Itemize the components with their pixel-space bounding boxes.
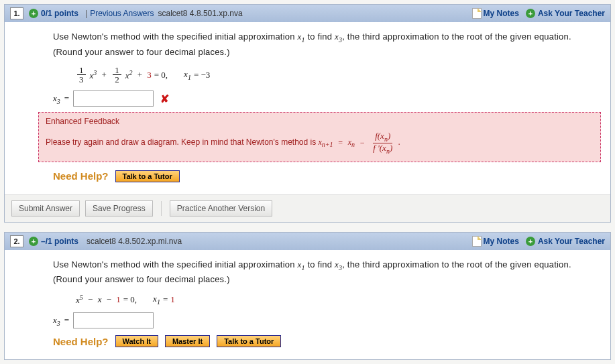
question-number: 1. (10, 7, 23, 19)
question-1: 1. + 0/1 points | Previous Answers scalc… (4, 4, 611, 223)
need-help-row: Need Help? Talk to a Tutor (53, 170, 600, 182)
ask-teacher-link[interactable]: Ask Your Teacher (538, 237, 605, 246)
question-header: 2. + –/1 points scalcet8 4.8.502.xp.mi.n… (5, 233, 610, 250)
ask-teacher-link[interactable]: Ask Your Teacher (538, 9, 605, 18)
plus-icon[interactable]: + (526, 9, 535, 18)
save-progress-button[interactable]: Save Progress (85, 200, 153, 217)
plus-icon[interactable]: + (29, 9, 38, 18)
instruction-text: Use Newton's method with the specified i… (53, 30, 600, 59)
note-icon (472, 8, 482, 19)
practice-another-button[interactable]: Practice Another Version (170, 200, 272, 217)
question-code: scalcet8 4.8.501.xp.nva (158, 9, 243, 18)
answer-row: x3 = (53, 312, 600, 328)
incorrect-icon: ✘ (160, 93, 169, 105)
feedback-text: Please try again and draw a diagram. Kee… (46, 131, 594, 154)
question-body: Use Newton's method with the specified i… (5, 250, 610, 360)
enhanced-feedback: Enhanced Feedback Please try again and d… (38, 112, 601, 162)
equation: x5 − x − 1 = 0, x1 = 1 (76, 294, 600, 306)
need-help-row: Need Help? Watch It Master It Talk to a … (53, 335, 600, 347)
note-icon (472, 236, 482, 247)
question-header: 1. + 0/1 points | Previous Answers scalc… (5, 5, 610, 22)
talk-to-tutor-button[interactable]: Talk to a Tutor (115, 170, 180, 182)
question-number: 2. (10, 235, 23, 247)
equation: 13 x3 + 12 x2 + 3 = 0, x1 = −3 (76, 66, 600, 84)
watch-it-button[interactable]: Watch It (115, 335, 158, 347)
plus-icon[interactable]: + (29, 237, 38, 246)
question-code: scalcet8 4.8.502.xp.mi.nva (87, 237, 182, 246)
my-notes-link[interactable]: My Notes (484, 9, 519, 18)
need-help-label: Need Help? (53, 336, 109, 347)
points-label: –/1 points (41, 237, 78, 246)
submit-answer-button[interactable]: Submit Answer (11, 200, 80, 217)
answer-input[interactable] (73, 90, 154, 107)
feedback-title: Enhanced Feedback (46, 117, 594, 126)
answer-input[interactable] (73, 312, 154, 328)
action-buttons: Submit Answer Save Progress Practice Ano… (5, 194, 610, 222)
previous-answers-link[interactable]: Previous Answers (90, 9, 154, 18)
question-2: 2. + –/1 points scalcet8 4.8.502.xp.mi.n… (4, 232, 611, 361)
need-help-label: Need Help? (53, 170, 109, 182)
answer-row: x3 = ✘ (53, 90, 600, 107)
talk-to-tutor-button[interactable]: Talk to a Tutor (217, 335, 281, 347)
question-body: Use Newton's method with the specified i… (5, 22, 610, 112)
my-notes-link[interactable]: My Notes (484, 237, 519, 246)
points-label: 0/1 points (41, 9, 78, 18)
master-it-button[interactable]: Master It (165, 335, 210, 347)
instruction-text: Use Newton's method with the specified i… (53, 258, 600, 287)
plus-icon[interactable]: + (526, 237, 535, 246)
